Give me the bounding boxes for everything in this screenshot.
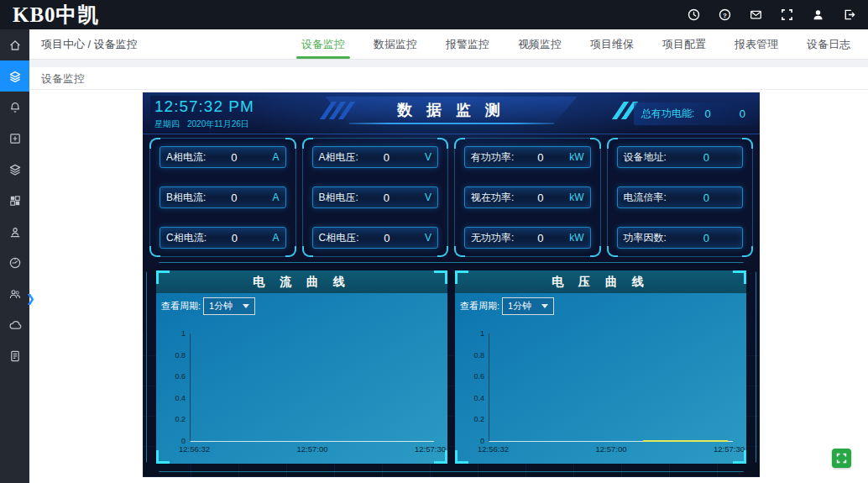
dashboard-title: 数 据 监 测 [326, 97, 578, 124]
corner-accent [742, 138, 753, 149]
field-groups: A相电流: 0 A B相电流: 0 A C相电流: 0 A [149, 138, 753, 257]
field-value: 0 [667, 151, 736, 164]
field-value: 0 [206, 192, 262, 204]
period-select[interactable]: 1分钟 [502, 297, 554, 315]
plot-area: 1 0.8 0.6 0.4 0.2 0 12:56:32 12:57:00 12… [489, 333, 733, 442]
field-unit: kW [567, 192, 584, 203]
chart-title: 电 流 曲 线 [156, 270, 447, 293]
corner-accent [149, 138, 160, 149]
sidebar-item-users[interactable] [0, 278, 29, 309]
corner-accent [285, 246, 296, 257]
dashboard-header: 12:57:32 PM 星期四 2020年11月26日 数 据 监 测 总有功电… [143, 92, 760, 134]
charts-frame: 电 流 曲 线 查看周期: 1分钟 1 0.8 0.6 [146, 262, 756, 472]
tab-device-monitor[interactable]: 设备监控 [287, 29, 359, 59]
voltage-group: A相电压: 0 V B相电压: 0 V C相电压: 0 V [302, 138, 449, 257]
field-phase-c-voltage: C相电压: 0 V [312, 227, 439, 249]
mail-icon[interactable] [750, 8, 762, 21]
tab-video-monitor[interactable]: 视频监控 [504, 29, 576, 59]
field-value: 0 [206, 151, 262, 164]
field-unit: V [415, 151, 431, 163]
sidebar [0, 29, 29, 483]
corner-accent [302, 138, 313, 149]
sidebar-item-log[interactable] [0, 340, 29, 371]
sidebar-item-cloud[interactable] [0, 309, 29, 340]
layers-icon [8, 163, 22, 176]
title-underline [349, 123, 554, 124]
help-icon[interactable]: ? [719, 8, 731, 21]
tab-bar: 设备监控 数据监控 报警监控 视频监控 项目维保 项目配置 报表管理 设备日志 [287, 29, 868, 59]
main-area: 项目中心 / 设备监控 设备监控 数据监控 报警监控 视频监控 项目维保 项目配… [29, 29, 868, 483]
y-tick-label: 0.2 [473, 415, 484, 423]
fullscreen-icon[interactable] [781, 8, 793, 21]
field-current-ratio: 电流倍率: 0 [617, 186, 744, 208]
sidebar-expand-toggle[interactable]: ❯ [26, 292, 35, 305]
date-row: 星期四 2020年11月26日 [154, 118, 254, 130]
y-tick-label: 0.6 [473, 372, 484, 381]
clock-icon[interactable] [688, 8, 700, 21]
add-panel-icon [8, 132, 22, 145]
expand-icon [836, 453, 847, 464]
tab-alarm-monitor[interactable]: 报警监控 [431, 29, 504, 59]
field-reactive-power: 无功功率: 0 kW [464, 227, 591, 249]
field-power-factor: 功率因数: 0 [617, 227, 744, 249]
field-unit: A [263, 192, 280, 203]
content-card: 设备监控 12:57:32 PM 星期四 2020年11月26日 数 据 监 测 [29, 67, 868, 483]
y-tick-label: 0.4 [175, 394, 186, 402]
sidebar-item-apps[interactable] [0, 185, 29, 216]
corner-accent [149, 246, 160, 257]
tab-project-maintenance[interactable]: 项目维保 [576, 29, 648, 59]
logout-icon[interactable] [843, 8, 855, 21]
field-phase-b-current: B相电流: 0 A [159, 186, 286, 208]
field-active-power: 有功功率: 0 kW [464, 146, 591, 168]
bell-icon [8, 101, 22, 114]
topbar: KB0中凯 ? [0, 0, 868, 29]
user-icon[interactable] [812, 8, 824, 21]
sidebar-item-dashboard[interactable] [0, 247, 29, 278]
chart-canvas: 查看周期: 1分钟 1 0.8 0.6 0.4 0.2 [455, 293, 746, 464]
field-unit: A [263, 151, 280, 163]
corner-accent [590, 138, 601, 149]
period-select[interactable]: 1分钟 [203, 297, 255, 315]
grid-icon [8, 194, 22, 207]
sidebar-item-monitor[interactable] [0, 60, 29, 92]
voltage-curve-panel: 电 压 曲 线 查看周期: 1分钟 1 0.8 0.6 [455, 270, 746, 464]
date-label: 2020年11月26日 [187, 118, 249, 130]
corner-accent [454, 138, 465, 149]
field-phase-a-voltage: A相电压: 0 V [312, 146, 439, 168]
expand-button[interactable] [832, 449, 851, 468]
period-row: 查看周期: 1分钟 [161, 297, 255, 315]
field-value: 0 [207, 232, 263, 244]
y-tick-label: 0.4 [473, 394, 484, 402]
chart-title: 电 压 曲 线 [455, 270, 746, 293]
corner-accent [285, 138, 296, 149]
clock-block: 12:57:32 PM 星期四 2020年11月26日 [150, 96, 280, 132]
current-time: 12:57:32 PM [154, 97, 254, 116]
sidebar-item-layers[interactable] [0, 154, 29, 185]
field-phase-c-current: C相电流: 0 A [159, 227, 286, 249]
x-tick-label: 12:57:00 [596, 444, 627, 454]
app-logo: KB0中凯 [0, 0, 100, 29]
gauge-icon [8, 256, 22, 270]
sidebar-item-alarm[interactable] [0, 92, 29, 123]
y-tick-label: 0.8 [175, 351, 186, 360]
breadcrumb: 项目中心 / 设备监控 [29, 29, 138, 59]
sidebar-item-announce[interactable] [0, 216, 29, 247]
y-tick-label: 1 [181, 329, 186, 338]
corner-accent [437, 246, 448, 257]
field-value: 0 [667, 232, 736, 244]
corner-accent [590, 246, 601, 257]
y-tick-label: 0.8 [473, 351, 484, 360]
sidebar-item-add-panel[interactable] [0, 123, 29, 154]
topbar-icon-group: ? [688, 8, 868, 21]
sidebar-item-home[interactable] [0, 29, 29, 60]
field-value: 0 [358, 151, 415, 164]
tab-project-config[interactable]: 项目配置 [648, 29, 720, 59]
field-phase-a-current: A相电流: 0 A [159, 146, 286, 168]
tab-device-log[interactable]: 设备日志 [792, 29, 865, 59]
field-value: 0 [514, 192, 567, 204]
tab-data-monitor[interactable]: 数据监控 [359, 29, 431, 59]
chevron-down-icon [541, 304, 548, 308]
tab-report-management[interactable]: 报表管理 [720, 29, 792, 59]
field-unit: kW [567, 151, 584, 163]
field-value: 0 [359, 232, 416, 244]
